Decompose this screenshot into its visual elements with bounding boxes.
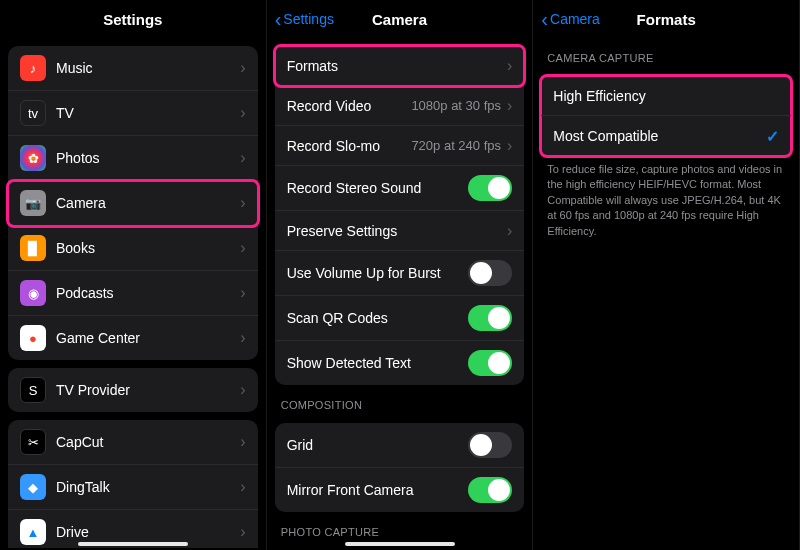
settings-panel: Settings ♪ Music ›tv TV ›✿ Photos ›📷 Cam… (0, 0, 267, 550)
row-label: Camera (56, 195, 240, 211)
settings-row-photos[interactable]: ✿ Photos › (8, 136, 258, 181)
camera-panel: ‹ Settings Camera Formats›Record Video10… (267, 0, 534, 550)
settings-row-game-center[interactable]: ● Game Center › (8, 316, 258, 360)
row-label: Drive (56, 524, 240, 540)
settings-row-tv[interactable]: tv TV › (8, 91, 258, 136)
scan-qr-toggle[interactable] (468, 305, 512, 331)
row-label: Photos (56, 150, 240, 166)
back-to-camera[interactable]: ‹ Camera (541, 9, 599, 29)
chevron-right-icon: › (240, 239, 245, 257)
tv-icon: tv (20, 100, 46, 126)
back-label: Settings (283, 11, 334, 27)
camera-row-grid[interactable]: Grid (275, 423, 525, 468)
camera-row-scan-qr[interactable]: Scan QR Codes (275, 296, 525, 341)
row-label: Record Video (287, 98, 412, 114)
back-to-settings[interactable]: ‹ Settings (275, 9, 334, 29)
chevron-right-icon: › (240, 329, 245, 347)
camera-header: ‹ Settings Camera (267, 0, 533, 38)
camera-icon: 📷 (20, 190, 46, 216)
podcasts-icon: ◉ (20, 280, 46, 306)
row-label: TV Provider (56, 382, 240, 398)
option-label: High Efficiency (553, 88, 779, 104)
row-label: Grid (287, 437, 469, 453)
settings-header: Settings (0, 0, 266, 38)
section-header: PHOTO CAPTURE (267, 512, 533, 542)
row-value: 1080p at 30 fps (411, 98, 501, 113)
checkmark-icon: ✓ (766, 127, 779, 146)
mirror-front-toggle[interactable] (468, 477, 512, 503)
chevron-right-icon: › (240, 433, 245, 451)
chevron-right-icon: › (240, 284, 245, 302)
settings-title: Settings (103, 11, 162, 28)
tv-provider-icon: S (20, 377, 46, 403)
settings-row-capcut[interactable]: ✂ CapCut › (8, 420, 258, 465)
camera-row-stereo-sound[interactable]: Record Stereo Sound (275, 166, 525, 211)
format-option-high-efficiency[interactable]: High Efficiency (541, 76, 791, 116)
chevron-right-icon: › (507, 97, 512, 115)
row-label: TV (56, 105, 240, 121)
formats-panel: ‹ Camera Formats CAMERA CAPTUREHigh Effi… (533, 0, 800, 550)
chevron-right-icon: › (507, 137, 512, 155)
settings-row-music[interactable]: ♪ Music › (8, 46, 258, 91)
formats-footnote: To reduce file size, capture photos and … (533, 156, 799, 249)
capcut-icon: ✂ (20, 429, 46, 455)
row-label: Scan QR Codes (287, 310, 469, 326)
game-center-icon: ● (20, 325, 46, 351)
chevron-right-icon: › (240, 381, 245, 399)
camera-row-record-video[interactable]: Record Video1080p at 30 fps› (275, 86, 525, 126)
settings-row-camera[interactable]: 📷 Camera › (8, 181, 258, 226)
settings-row-books[interactable]: ▉ Books › (8, 226, 258, 271)
section-header: COMPOSITION (267, 385, 533, 415)
back-label: Camera (550, 11, 600, 27)
row-label: Mirror Front Camera (287, 482, 469, 498)
row-value: 720p at 240 fps (411, 138, 501, 153)
camera-title: Camera (372, 11, 427, 28)
detected-text-toggle[interactable] (468, 350, 512, 376)
settings-row-dingtalk[interactable]: ◆ DingTalk › (8, 465, 258, 510)
settings-row-tv-provider[interactable]: S TV Provider › (8, 368, 258, 412)
row-label: DingTalk (56, 479, 240, 495)
formats-title: Formats (637, 11, 696, 28)
camera-row-detected-text[interactable]: Show Detected Text (275, 341, 525, 385)
chevron-right-icon: › (240, 478, 245, 496)
row-label: Formats (287, 58, 507, 74)
row-label: Record Stereo Sound (287, 180, 469, 196)
volume-burst-toggle[interactable] (468, 260, 512, 286)
chevron-left-icon: ‹ (275, 9, 282, 29)
formats-header: ‹ Camera Formats (533, 0, 799, 38)
chevron-right-icon: › (240, 59, 245, 77)
option-label: Most Compatible (553, 128, 766, 144)
drive-icon: ▲ (20, 519, 46, 545)
chevron-right-icon: › (507, 57, 512, 75)
chevron-right-icon: › (240, 149, 245, 167)
row-label: Use Volume Up for Burst (287, 265, 469, 281)
books-icon: ▉ (20, 235, 46, 261)
home-indicator[interactable] (78, 542, 188, 546)
camera-row-preserve-settings[interactable]: Preserve Settings› (275, 211, 525, 251)
chevron-right-icon: › (240, 104, 245, 122)
row-label: Podcasts (56, 285, 240, 301)
row-label: Record Slo-mo (287, 138, 412, 154)
photos-icon: ✿ (20, 145, 46, 171)
camera-row-record-slomo[interactable]: Record Slo-mo720p at 240 fps› (275, 126, 525, 166)
home-indicator[interactable] (345, 542, 455, 546)
camera-row-formats[interactable]: Formats› (275, 46, 525, 86)
chevron-left-icon: ‹ (541, 9, 548, 29)
stereo-sound-toggle[interactable] (468, 175, 512, 201)
camera-row-mirror-front[interactable]: Mirror Front Camera (275, 468, 525, 512)
row-label: Preserve Settings (287, 223, 507, 239)
settings-row-podcasts[interactable]: ◉ Podcasts › (8, 271, 258, 316)
row-label: Show Detected Text (287, 355, 469, 371)
chevron-right-icon: › (240, 194, 245, 212)
dingtalk-icon: ◆ (20, 474, 46, 500)
row-label: CapCut (56, 434, 240, 450)
format-option-most-compatible[interactable]: Most Compatible✓ (541, 116, 791, 156)
chevron-right-icon: › (507, 222, 512, 240)
grid-toggle[interactable] (468, 432, 512, 458)
section-header: CAMERA CAPTURE (533, 38, 799, 68)
row-label: Game Center (56, 330, 240, 346)
chevron-right-icon: › (240, 523, 245, 541)
camera-row-volume-burst[interactable]: Use Volume Up for Burst (275, 251, 525, 296)
row-label: Books (56, 240, 240, 256)
music-icon: ♪ (20, 55, 46, 81)
